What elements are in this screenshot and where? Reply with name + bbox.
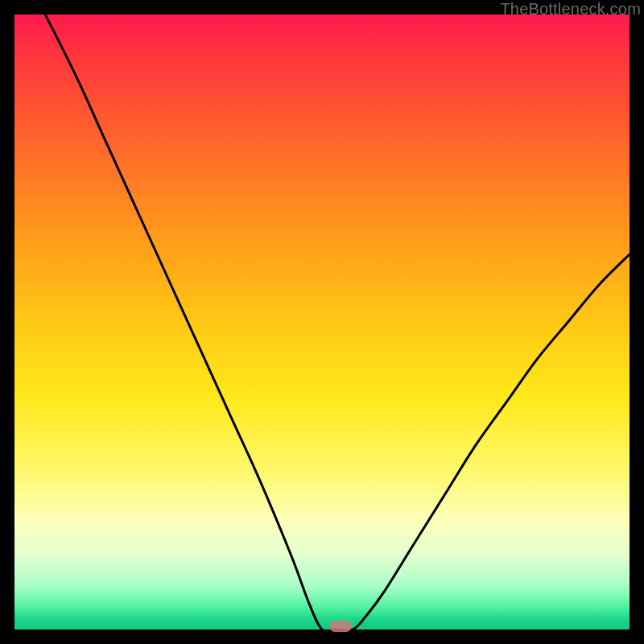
watermark-text: TheBottleneck.com (500, 0, 641, 19)
curve-path (45, 14, 630, 630)
chart-frame: TheBottleneck.com (0, 0, 644, 644)
bottleneck-curve (14, 14, 630, 630)
plot-area (14, 14, 630, 630)
minimum-marker (329, 621, 352, 632)
